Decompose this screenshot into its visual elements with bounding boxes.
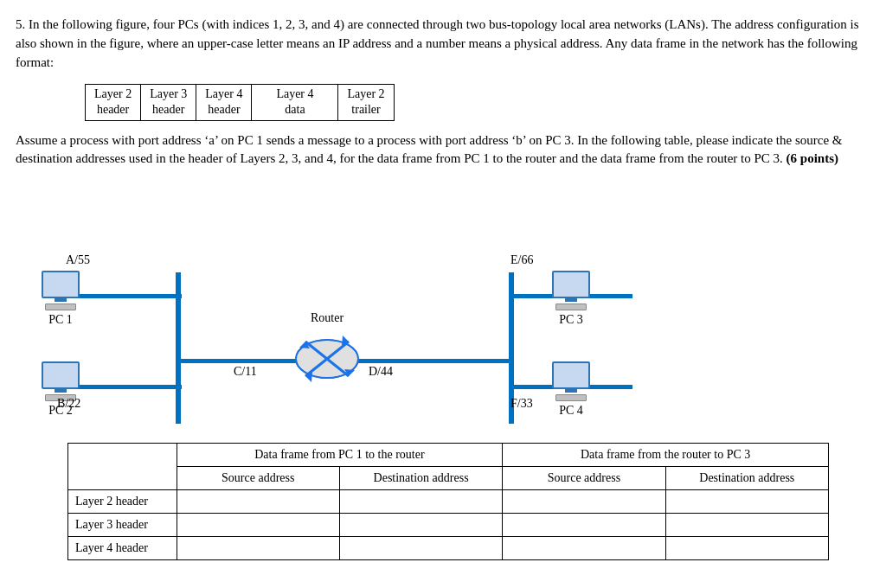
l3-source-1[interactable] bbox=[177, 514, 339, 537]
addr-b22-label: B/22 bbox=[57, 397, 80, 411]
frame-cell-l2trailer: Layer 2trailer bbox=[338, 85, 393, 119]
pc2-bus-line bbox=[69, 385, 182, 389]
l3-source-2[interactable] bbox=[503, 514, 665, 537]
addr-f33-label: F/33 bbox=[510, 397, 533, 411]
pc1-label: PC 1 bbox=[48, 313, 73, 327]
l4-source-1[interactable] bbox=[177, 537, 339, 560]
pc2-monitor bbox=[42, 361, 80, 389]
table-row: Layer 2 header bbox=[68, 490, 829, 514]
pc1-bus-line bbox=[69, 294, 182, 298]
pc3-label: PC 3 bbox=[559, 313, 583, 327]
row-label-l4: Layer 4 header bbox=[68, 537, 177, 560]
pc4-label: PC 4 bbox=[559, 404, 583, 418]
addr-e66-label: E/66 bbox=[510, 253, 533, 267]
question-body: 5. In the following figure, four PCs (wi… bbox=[16, 17, 859, 69]
l4-source-2[interactable] bbox=[503, 537, 665, 560]
router-right-line bbox=[357, 359, 511, 363]
frame-cell-l4data: Layer 4data bbox=[252, 85, 338, 119]
pc3-icon: PC 3 bbox=[552, 271, 590, 327]
l2-dest-2[interactable] bbox=[665, 490, 828, 514]
pc1-monitor bbox=[42, 271, 80, 298]
row-label-l3: Layer 3 header bbox=[68, 514, 177, 537]
l2-source-2[interactable] bbox=[503, 490, 665, 514]
table-row: Layer 4 header bbox=[68, 537, 829, 560]
frame-cell-l3header: Layer 3header bbox=[141, 85, 196, 119]
col-header-router-pc3: Data frame from the router to PC 3 bbox=[503, 444, 829, 467]
pc4-base bbox=[555, 394, 587, 401]
addr-d44-label: D/44 bbox=[369, 365, 393, 379]
table-row: Layer 3 header bbox=[68, 514, 829, 537]
pc4-monitor bbox=[552, 361, 590, 389]
question-text: 5. In the following figure, four PCs (wi… bbox=[16, 16, 860, 72]
pc3-base bbox=[555, 304, 587, 310]
router-label: Router bbox=[292, 311, 362, 325]
answer-table: Data frame from PC 1 to the router Data … bbox=[67, 443, 829, 560]
pc3-monitor bbox=[552, 271, 590, 298]
row-label-l2: Layer 2 header bbox=[68, 490, 177, 514]
l4-dest-2[interactable] bbox=[665, 537, 828, 560]
frame-cell-l4header: Layer 4header bbox=[196, 85, 252, 119]
addr-a55-label: A/55 bbox=[66, 253, 90, 267]
sub-source-2: Source address bbox=[503, 467, 665, 490]
l3-dest-2[interactable] bbox=[665, 514, 828, 537]
sub-source-1: Source address bbox=[177, 467, 339, 490]
sub-dest-1: Destination address bbox=[339, 467, 502, 490]
bold-points: (6 points) bbox=[786, 151, 838, 165]
pc1-base bbox=[45, 304, 76, 310]
assume-text: Assume a process with port address ‘a’ o… bbox=[16, 131, 860, 169]
l3-dest-1[interactable] bbox=[339, 514, 502, 537]
l2-dest-1[interactable] bbox=[339, 490, 502, 514]
frame-cell-l2header: Layer 2header bbox=[86, 85, 141, 119]
col-header-pc1-router: Data frame from PC 1 to the router bbox=[177, 444, 503, 467]
pc4-icon: PC 4 bbox=[552, 361, 590, 418]
router-icon bbox=[292, 324, 362, 393]
l4-dest-1[interactable] bbox=[339, 537, 502, 560]
network-diagram: PC 1 A/55 PC 2 B/22 PC 3 E/66 PC 4 F/33 bbox=[16, 177, 846, 432]
addr-c11-label: C/11 bbox=[234, 365, 257, 379]
pc1-icon: PC 1 bbox=[42, 271, 80, 327]
l2-source-1[interactable] bbox=[177, 490, 339, 514]
sub-dest-2: Destination address bbox=[665, 467, 828, 490]
frame-format-diagram: Layer 2header Layer 3header Layer 4heade… bbox=[85, 84, 395, 120]
